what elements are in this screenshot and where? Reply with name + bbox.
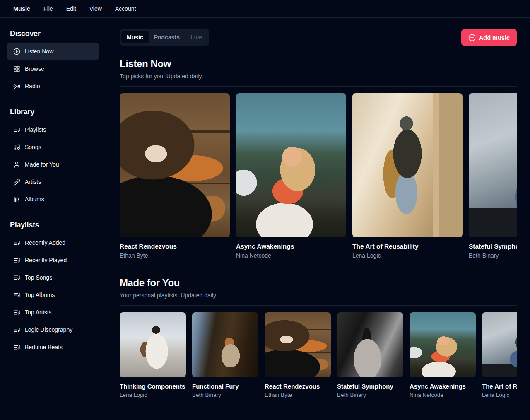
album-artist: Beth Binary — [469, 252, 517, 259]
tab-podcasts[interactable]: Podcasts — [149, 31, 185, 43]
made-for-you-section: Made for You Your personal playlists. Up… — [120, 277, 517, 398]
radio-icon — [13, 83, 20, 90]
made-for-you-subtitle: Your personal playlists. Updated daily. — [120, 292, 517, 299]
sidebar-item-top-albums[interactable]: Top Albums — [7, 287, 99, 303]
album-title: The Art of Reusability — [352, 243, 463, 250]
album-title: Async Awakenings — [410, 383, 476, 390]
album-title: Async Awakenings — [236, 243, 346, 250]
listen-now-row: React RendezvousEthan ByteAsync Awakenin… — [120, 93, 517, 259]
menu-bar: MusicFileEditViewAccount — [0, 0, 530, 18]
album-card-stateful-symphony[interactable]: Stateful SymphonyBeth Binary — [469, 93, 517, 259]
album-cover[interactable] — [337, 312, 403, 377]
menu-item-account[interactable]: Account — [108, 3, 143, 14]
sidebar-item-label: Playlists — [25, 126, 46, 133]
sidebar-item-browse[interactable]: Browse — [7, 60, 99, 77]
menu-item-view[interactable]: View — [83, 3, 108, 14]
music-note-icon — [13, 144, 20, 151]
plus-circle-icon — [468, 34, 476, 41]
tab-live: Live — [185, 31, 207, 43]
sidebar-item-artists[interactable]: Artists — [7, 174, 99, 190]
list-music-icon — [13, 274, 20, 281]
menu-item-edit[interactable]: Edit — [60, 3, 83, 14]
sidebar-item-label: Logic Discography — [25, 326, 72, 333]
album-card-functional-fury[interactable]: Functional FuryBeth Binary — [192, 312, 258, 398]
sidebar-item-label: Recently Played — [25, 257, 67, 263]
sidebar-item-playlists[interactable]: Playlists — [7, 121, 99, 138]
sidebar-item-label: Top Artists — [25, 309, 52, 316]
sidebar-item-label: Artists — [25, 179, 41, 185]
grid-icon — [13, 65, 20, 72]
sidebar-item-radio[interactable]: Radio — [7, 78, 99, 94]
album-artist: Ethan Byte — [265, 392, 331, 398]
list-music-icon — [13, 309, 20, 316]
sidebar-item-logic-discography[interactable]: Logic Discography — [7, 321, 99, 338]
album-card-async-awakenings[interactable]: Async AwakeningsNina Netcode — [236, 93, 346, 259]
listen-now-subtitle: Top picks for you. Updated daily. — [120, 73, 517, 80]
sidebar-item-top-artists[interactable]: Top Artists — [7, 304, 99, 321]
list-music-icon — [13, 292, 20, 299]
made-for-you-row: Thinking ComponentsLena LogicFunctional … — [120, 312, 517, 398]
sidebar-item-songs[interactable]: Songs — [7, 139, 99, 155]
list-music-icon — [13, 126, 20, 133]
sidebar-item-recently-added[interactable]: Recently Added — [7, 234, 99, 251]
sidebar-item-label: Albums — [25, 196, 44, 203]
sidebar-item-made-for-you[interactable]: Made for You — [7, 156, 99, 173]
album-cover[interactable] — [120, 93, 230, 237]
content-header: MusicPodcastsLive Add music — [120, 29, 517, 46]
album-artist: Nina Netcode — [410, 392, 476, 398]
album-cover[interactable] — [482, 312, 517, 377]
album-title: The Art of Reusability — [482, 383, 517, 390]
app-shell: DiscoverListen NowBrowseRadioLibraryPlay… — [0, 18, 530, 420]
album-cover[interactable] — [410, 312, 476, 377]
sidebar-section-discover: DiscoverListen NowBrowseRadio — [7, 29, 99, 94]
album-card-react-rendezvous[interactable]: React RendezvousEthan Byte — [120, 93, 230, 259]
album-artist: Beth Binary — [192, 392, 258, 398]
sidebar-item-label: Top Songs — [25, 274, 52, 281]
album-cover[interactable] — [192, 312, 258, 377]
sidebar-item-label: Recently Added — [25, 239, 65, 246]
album-cover[interactable] — [236, 93, 346, 237]
album-artist: Beth Binary — [337, 392, 403, 398]
listen-now-section: Listen Now Top picks for you. Updated da… — [120, 58, 517, 259]
sidebar-item-top-songs[interactable]: Top Songs — [7, 269, 99, 286]
list-music-icon — [13, 257, 20, 264]
sidebar-item-listen-now[interactable]: Listen Now — [7, 43, 99, 60]
mic-icon — [13, 179, 20, 186]
sidebar-item-albums[interactable]: Albums — [7, 191, 99, 208]
menu-item-music[interactable]: Music — [7, 3, 37, 14]
add-music-label: Add music — [479, 34, 510, 41]
album-card-thinking-components[interactable]: Thinking ComponentsLena Logic — [120, 312, 186, 398]
album-cover[interactable] — [265, 312, 331, 377]
sidebar-section-library: LibraryPlaylistsSongsMade for YouArtists… — [7, 108, 99, 208]
album-title: Stateful Symphony — [469, 243, 517, 250]
menu-item-file[interactable]: File — [37, 3, 60, 14]
add-music-button[interactable]: Add music — [461, 29, 517, 46]
library-icon — [13, 196, 20, 203]
sidebar-item-label: Listen Now — [25, 48, 53, 55]
sidebar-section-title: Discover — [7, 29, 99, 38]
album-title: Thinking Components — [120, 383, 186, 390]
sidebar-section-title: Library — [7, 108, 99, 116]
album-card-the-art-of-reusability[interactable]: The Art of ReusabilityLena Logic — [352, 93, 463, 259]
album-cover[interactable] — [469, 93, 517, 237]
album-cover[interactable] — [352, 93, 463, 237]
sidebar: DiscoverListen NowBrowseRadioLibraryPlay… — [0, 18, 106, 420]
sidebar-section-playlists: PlaylistsRecently AddedRecently PlayedTo… — [7, 221, 99, 355]
sidebar-item-label: Browse — [25, 65, 44, 72]
user-icon — [13, 161, 20, 168]
sidebar-item-label: Songs — [25, 144, 41, 150]
sidebar-item-bedtime-beats[interactable]: Bedtime Beats — [7, 339, 99, 355]
list-music-icon — [13, 239, 20, 246]
album-title: React Rendezvous — [120, 243, 230, 250]
album-card-react-rendezvous[interactable]: React RendezvousEthan Byte — [265, 312, 331, 398]
play-circle-icon — [13, 48, 20, 55]
sidebar-item-recently-played[interactable]: Recently Played — [7, 252, 99, 268]
album-card-stateful-symphony[interactable]: Stateful SymphonyBeth Binary — [337, 312, 403, 398]
album-artist: Nina Netcode — [236, 252, 346, 259]
album-artist: Lena Logic — [120, 392, 186, 398]
separator — [120, 305, 517, 306]
album-card-the-art-of-reusability[interactable]: The Art of ReusabilityLena Logic — [482, 312, 517, 398]
album-cover[interactable] — [120, 312, 186, 377]
tab-music[interactable]: Music — [121, 31, 149, 43]
album-card-async-awakenings[interactable]: Async AwakeningsNina Netcode — [410, 312, 476, 398]
